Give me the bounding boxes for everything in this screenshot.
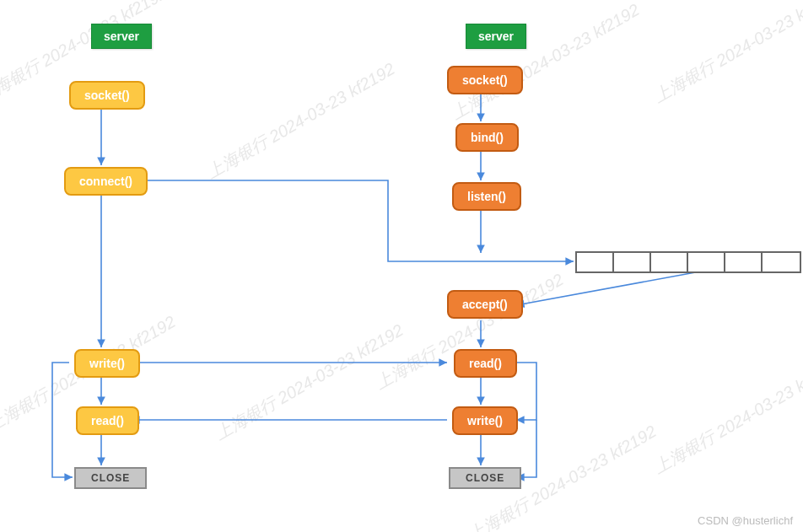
client-connect-node: connect() [64, 167, 148, 196]
queue-slot [724, 251, 764, 273]
client-close-node: CLOSE [74, 467, 147, 489]
server-close-node: CLOSE [449, 467, 521, 489]
watermark: 上海银行 2024-03-23 kf2192 [649, 0, 803, 109]
credit-text: CSDN @husterlichf [698, 514, 793, 527]
queue-slot [649, 251, 690, 273]
svg-line-10 [516, 271, 700, 305]
watermark: 上海银行 2024-03-23 kf2192 [649, 352, 803, 479]
watermark: 上海银行 2024-03-23 kf2192 [202, 57, 399, 184]
client-socket-node: socket() [69, 81, 145, 110]
queue-slot [687, 251, 727, 273]
queue-slot [575, 251, 616, 273]
client-write-node: write() [74, 349, 140, 378]
server-socket-node: socket() [447, 66, 523, 94]
diagram-canvas: 上海银行 2024-03-23 kf2192 上海银行 2024-03-23 k… [0, 0, 803, 532]
listen-queue [575, 251, 798, 273]
client-read-node: read() [76, 406, 139, 435]
server-read-node: read() [454, 349, 517, 378]
queue-slot [612, 251, 653, 273]
queue-slot [761, 251, 801, 273]
server-bind-node: bind() [455, 123, 519, 152]
client-header: server [91, 24, 152, 49]
watermark: 上海银行 2024-03-23 kf2192 [211, 319, 407, 445]
watermark: 上海银行 2024-03-23 kf2192 [447, 0, 644, 126]
server-listen-node: listen() [452, 182, 521, 211]
server-write-node: write() [452, 406, 518, 435]
server-accept-node: accept() [447, 290, 523, 319]
server-header: server [466, 24, 526, 49]
